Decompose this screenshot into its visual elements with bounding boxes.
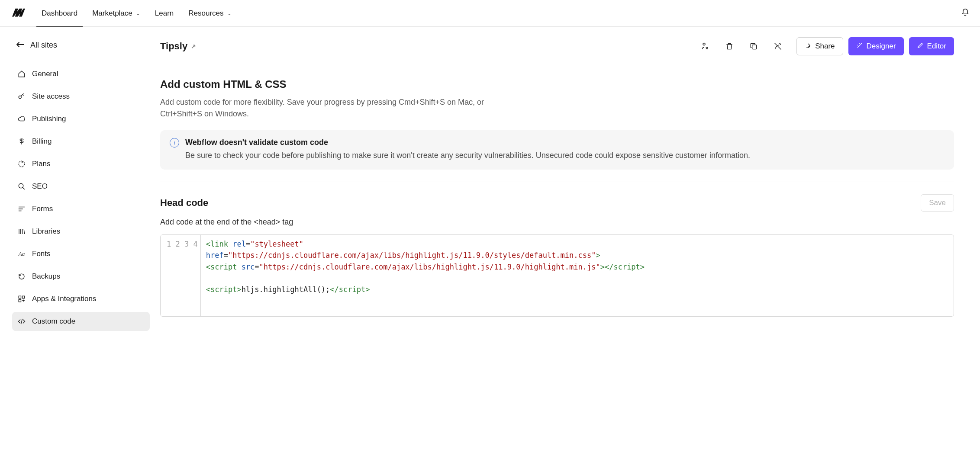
sidebar-item-custom-code[interactable]: Custom code [12,312,150,331]
back-label: All sites [30,41,57,50]
sidebar-item-label: Forms [32,205,53,213]
font-icon: Aa [17,250,26,258]
nav-label: Dashboard [42,9,77,18]
sidebar-item-label: Fonts [32,250,51,258]
designer-label: Designer [867,42,896,51]
unpublish-icon[interactable] [773,42,783,51]
info-box: i Webflow doesn't validate custom code B… [160,130,954,170]
section-title: Add custom HTML & CSS [160,78,954,90]
svg-point-2 [19,183,23,188]
editor-label: Editor [927,42,946,51]
sidebar-item-label: Custom code [32,317,75,326]
head-code-desc: Add code at the end of the <head> tag [160,218,954,227]
lines-icon [17,205,26,213]
sidebar-item-label: Site access [32,92,70,101]
share-button[interactable]: Share [796,37,843,55]
sidebar-item-label: Libraries [32,227,60,236]
site-title[interactable]: Tipsly ↗ [160,41,196,52]
sidebar-item-backups[interactable]: Backups [12,267,150,286]
sidebar-item-label: Apps & Integrations [32,295,96,303]
home-icon [17,70,26,78]
svg-point-6 [703,43,705,45]
external-link-icon: ↗ [191,43,196,50]
code-icon [17,317,26,326]
share-label: Share [815,42,835,51]
library-icon [17,227,26,236]
svg-rect-5 [23,296,25,298]
nav-learn[interactable]: Learn [155,0,174,27]
info-title: Webflow doesn't validate custom code [185,138,945,147]
svg-point-1 [19,161,25,167]
svg-rect-7 [752,45,757,49]
save-button[interactable]: Save [921,194,954,212]
sidebar-item-label: Publishing [32,115,66,123]
topbar: Dashboard Marketplace ⌄ Learn Resources … [0,0,980,27]
designer-button[interactable]: Designer [848,37,904,55]
site-name: Tipsly [160,41,187,52]
undo-icon [17,272,26,281]
divider [160,182,954,182]
main-content: Tipsly ↗ Share Designer Editor [156,27,980,341]
grid-plus-icon [17,295,26,303]
chevron-down-icon: ⌄ [227,10,232,16]
sidebar-item-plans[interactable]: Plans [12,154,150,173]
share-arrow-icon [805,42,812,51]
sidebar-item-site-access[interactable]: Site access [12,87,150,106]
key-icon [17,92,26,101]
sidebar: All sites General Site access Publishing… [0,27,156,341]
line-gutter: 1 2 3 4 [161,235,201,316]
svg-point-0 [19,96,21,99]
sidebar-item-forms[interactable]: Forms [12,199,150,218]
bell-icon[interactable] [961,8,970,19]
code-content[interactable]: <link rel="stylesheet" href="https://cdn… [201,235,954,316]
info-icon: i [170,138,179,148]
info-text: Be sure to check your code before publis… [185,150,945,162]
chevron-down-icon: ⌄ [136,10,140,16]
dollar-icon [17,137,26,146]
head-code-editor[interactable]: 1 2 3 4 <link rel="stylesheet" href="htt… [160,234,954,317]
editor-button[interactable]: Editor [909,37,954,55]
transfer-icon[interactable] [700,42,710,51]
wand-icon [856,42,863,51]
sidebar-item-fonts[interactable]: Aa Fonts [12,244,150,263]
sidebar-item-label: General [32,70,58,78]
nav-label: Learn [155,9,174,18]
back-all-sites[interactable]: All sites [12,37,150,53]
sidebar-item-seo[interactable]: SEO [12,177,150,196]
sidebar-item-apps[interactable]: Apps & Integrations [12,289,150,308]
nav-dashboard[interactable]: Dashboard [42,0,77,27]
webflow-logo[interactable] [12,8,25,19]
sidebar-item-label: Plans [32,160,51,168]
sidebar-item-label: Backups [32,272,60,281]
target-icon [17,160,26,168]
sidebar-item-publishing[interactable]: Publishing [12,109,150,128]
sidebar-item-libraries[interactable]: Libraries [12,222,150,241]
nav-label: Marketplace [92,9,132,18]
cloud-icon [17,115,26,123]
nav-marketplace[interactable]: Marketplace ⌄ [92,0,140,27]
nav-resources[interactable]: Resources ⌄ [188,0,231,27]
sidebar-item-label: Billing [32,137,52,146]
duplicate-icon[interactable] [749,42,758,51]
section-desc: Add custom code for more flexibility. Sa… [160,96,489,120]
arrow-left-icon [16,41,24,50]
svg-rect-3 [19,296,21,298]
search-icon [17,182,26,191]
sidebar-item-label: SEO [32,182,48,191]
top-nav: Dashboard Marketplace ⌄ Learn Resources … [42,0,232,27]
page-header: Tipsly ↗ Share Designer Editor [160,37,954,66]
nav-label: Resources [188,9,223,18]
sidebar-item-billing[interactable]: Billing [12,132,150,151]
pencil-icon [917,42,924,51]
sidebar-item-general[interactable]: General [12,64,150,83]
svg-rect-4 [19,300,21,302]
trash-icon[interactable] [725,42,734,51]
head-code-title: Head code [160,197,208,209]
